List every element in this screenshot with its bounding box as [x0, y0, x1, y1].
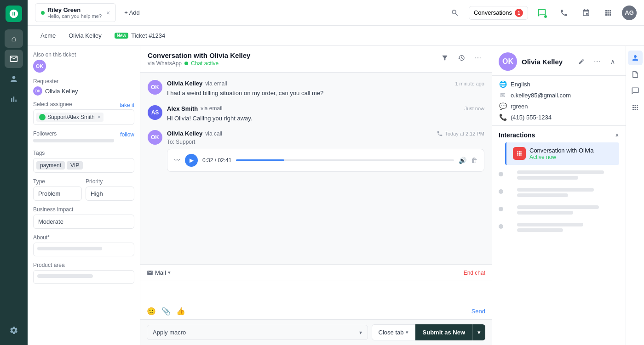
- priority-select[interactable]: High: [86, 187, 134, 201]
- edit-contact-button[interactable]: [575, 55, 588, 68]
- messages-area: OK Olivia Kelley via email 1 minute ago …: [140, 73, 492, 264]
- play-button[interactable]: ▶: [185, 154, 198, 167]
- agent-via: via email: [201, 105, 222, 112]
- thumbsup-icon[interactable]: 👍: [176, 307, 185, 316]
- agent-time: Just now: [465, 106, 484, 111]
- conversations-badge[interactable]: Conversations 1: [469, 6, 528, 20]
- submit-dropdown-button[interactable]: ▾: [472, 324, 485, 340]
- search-button[interactable]: [447, 5, 463, 21]
- skeleton-row: [499, 170, 619, 181]
- rail-notes-icon[interactable]: [628, 67, 643, 82]
- submit-button[interactable]: Submit as New: [415, 324, 472, 340]
- close-tab-icon[interactable]: ×: [106, 9, 110, 17]
- sidebar-logo[interactable]: [6, 6, 22, 22]
- new-badge-label: New: [115, 33, 129, 39]
- business-impact-label: Business impact: [33, 206, 134, 213]
- type-select[interactable]: Problem: [33, 187, 82, 201]
- active-tab[interactable]: Riley Green Hello, can you help me? ×: [35, 3, 116, 22]
- message-via: via email: [205, 80, 227, 87]
- tags-container[interactable]: payment VIP: [33, 158, 134, 173]
- message-avatar: OK: [148, 80, 162, 95]
- subtab-ticket[interactable]: New Ticket #1234: [109, 29, 171, 42]
- interactions-list: Conversation with Olivia Active now: [492, 142, 626, 239]
- history-icon-button[interactable]: [455, 51, 468, 64]
- active-interaction[interactable]: Conversation with Olivia Active now: [505, 142, 619, 165]
- email-icon: ✉: [499, 91, 507, 99]
- compose-footer: 🙂 📎 👍 Send: [140, 303, 492, 319]
- conversation-via: via WhatsApp: [148, 60, 182, 67]
- requester-row: OK Olivia Kelley: [33, 86, 134, 96]
- sidebar-item-tickets[interactable]: [5, 50, 23, 68]
- channel-select[interactable]: Mail ▾: [147, 269, 171, 276]
- sidebar-item-reports[interactable]: [5, 90, 23, 108]
- business-impact-input[interactable]: [33, 215, 134, 229]
- assignee-chip: Support/Alex Smith ×: [36, 113, 104, 122]
- submit-label: Submit as: [423, 329, 451, 336]
- take-it-link[interactable]: take it: [120, 102, 134, 108]
- conversation-title: Conversation with Olivia Kelley: [148, 51, 250, 59]
- send-button[interactable]: Send: [472, 308, 485, 315]
- contact-info: 🌐 English ✉ o.kelley85@gmail.com 💬 rgree…: [492, 76, 626, 126]
- emoji-icon[interactable]: 🙂: [147, 307, 156, 316]
- username-row: 💬 rgreen: [499, 102, 619, 110]
- compose-area: Mail ▾ End chat 🙂 📎 👍 Send: [140, 264, 492, 319]
- more-options-button[interactable]: ⋯: [472, 51, 484, 64]
- interactions-header: Interactions ∧: [492, 126, 626, 142]
- interactions-collapse-button[interactable]: ∧: [615, 132, 619, 138]
- add-button[interactable]: + Add: [120, 6, 144, 19]
- language-icon: 🌐: [499, 80, 507, 88]
- call-via: via call: [205, 130, 222, 137]
- rail-conversations-icon[interactable]: [628, 84, 643, 98]
- subtab-acme[interactable]: Acme: [35, 29, 61, 42]
- audio-progress-fill: [236, 159, 284, 161]
- right-icon-rail: [626, 46, 644, 345]
- compose-body[interactable]: [140, 281, 492, 303]
- message-sender-name: Olivia Kelley: [167, 80, 202, 87]
- grid-icon-button[interactable]: [600, 5, 616, 21]
- rail-apps-icon[interactable]: [628, 100, 643, 115]
- attachment-icon[interactable]: 📎: [161, 307, 171, 316]
- audio-progress-bar[interactable]: [236, 159, 454, 161]
- tag-vip: VIP: [67, 161, 83, 170]
- follow-link[interactable]: follow: [120, 131, 134, 138]
- subtab-olivia[interactable]: Olivia Kelley: [63, 29, 107, 42]
- tab-user-name: Riley Green: [47, 6, 102, 13]
- collapse-contact-button[interactable]: ∧: [606, 55, 619, 68]
- audio-current-time: 0:32 / 02:41: [202, 157, 231, 164]
- channels-icon-button[interactable]: [578, 5, 594, 21]
- interaction-type-icon: [513, 147, 526, 160]
- phone-row: 📞 (415) 555-1234: [499, 113, 619, 121]
- interaction-status: Active now: [529, 154, 613, 160]
- filter-icon-button[interactable]: [438, 51, 451, 64]
- conversations-count: 1: [515, 9, 523, 17]
- language-value: English: [511, 81, 530, 88]
- whatsapp-icon: 💬: [499, 102, 507, 110]
- volume-icon[interactable]: 🔊: [459, 157, 466, 164]
- audio-player[interactable]: 〰 ▶ 0:32 / 02:41 🔊 🗑: [167, 149, 484, 172]
- remove-assignee-button[interactable]: ×: [98, 114, 101, 120]
- phone-icon: 📞: [499, 113, 507, 121]
- chat-icon-button[interactable]: [534, 5, 550, 21]
- sidebar-item-home[interactable]: ⌂: [5, 29, 23, 48]
- more-contact-options-button[interactable]: ⋯: [591, 55, 604, 68]
- tab-subtitle: Hello, can you help me?: [47, 13, 102, 19]
- left-panel: Also on this ticket OK Requester OK Oliv…: [28, 46, 140, 345]
- channel-chevron-icon: ▾: [168, 270, 171, 276]
- waveform-icon: 〰: [174, 157, 180, 164]
- sidebar-item-settings[interactable]: [5, 321, 23, 339]
- bottom-action-bar: Apply macro ▾ Close tab ▾ Submit as New …: [140, 319, 492, 345]
- delete-recording-button[interactable]: 🗑: [471, 157, 477, 164]
- email-value: o.kelley85@gmail.com: [511, 92, 571, 99]
- phone-icon-button[interactable]: [556, 5, 572, 21]
- rail-contact-icon[interactable]: [628, 51, 643, 65]
- online-status-dot: [544, 15, 547, 18]
- end-chat-button[interactable]: End chat: [464, 270, 485, 276]
- apply-macro-select[interactable]: Apply macro ▾: [147, 325, 368, 340]
- message-text: I had a weird billing situation on my or…: [167, 89, 484, 98]
- user-avatar[interactable]: AG: [622, 6, 637, 20]
- close-tab-button[interactable]: Close tab ▾: [372, 324, 415, 340]
- also-on-ticket-label: Also on this ticket: [33, 51, 134, 58]
- submit-bar: Close tab ▾ Submit as New ▾: [372, 324, 485, 340]
- sidebar-item-users[interactable]: [5, 70, 23, 88]
- call-avatar: OK: [148, 130, 162, 145]
